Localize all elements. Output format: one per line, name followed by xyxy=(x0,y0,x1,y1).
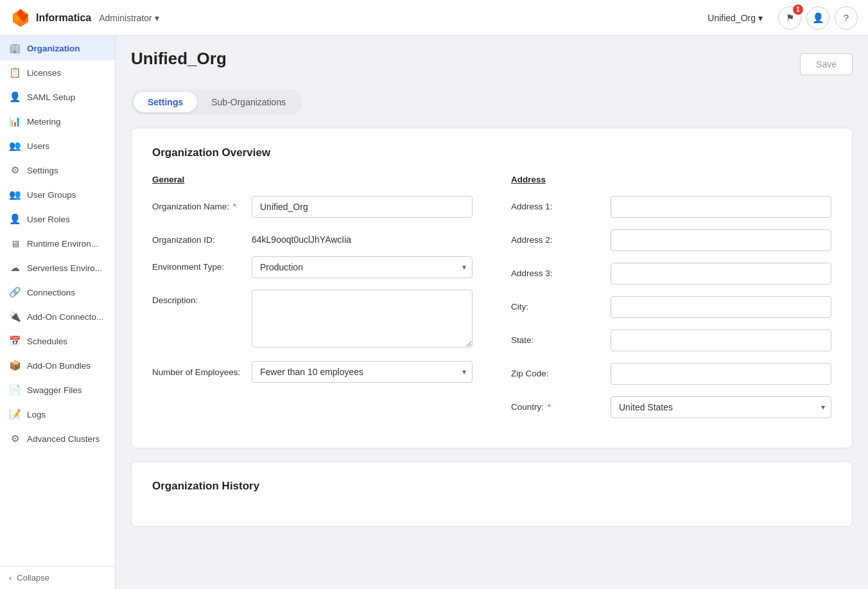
form-columns: General Organization Name: * Organizatio… xyxy=(152,175,831,430)
zip-input[interactable] xyxy=(611,363,831,385)
logo: Informatica xyxy=(10,8,91,28)
sidebar-label-user-groups: User Groups xyxy=(27,190,76,200)
description-control xyxy=(252,290,473,349)
sidebar-icon-schedules: 📅 xyxy=(9,335,21,347)
num-employees-label: Number of Employees: xyxy=(152,361,252,378)
address-section-title: Address xyxy=(511,175,831,184)
org-selector[interactable]: Unified_Org ▾ xyxy=(707,13,763,23)
city-row: City: xyxy=(511,296,831,318)
sidebar-item-add-on-connecto[interactable]: 🔌 Add-On Connecto... xyxy=(0,304,115,329)
tab-sub-organizations[interactable]: Sub-Organizations xyxy=(197,92,300,112)
sidebar-item-runtime-environ[interactable]: 🖥 Runtime Environ... xyxy=(0,231,115,256)
address2-control xyxy=(611,229,831,251)
address2-input[interactable] xyxy=(611,229,831,251)
country-row: Country: * United States Canada United K… xyxy=(511,396,831,418)
zip-label: Zip Code: xyxy=(511,363,611,378)
state-row: State: xyxy=(511,330,831,351)
description-row: Description: xyxy=(152,290,473,349)
role-arrow-icon: ▾ xyxy=(155,13,159,23)
state-label: State: xyxy=(511,330,611,345)
country-label: Country: * xyxy=(511,396,611,412)
sidebar-label-runtime-environ: Runtime Environ... xyxy=(27,239,98,249)
sidebar-item-settings[interactable]: ⚙ Settings xyxy=(0,158,115,182)
org-name-label: Unified_Org xyxy=(707,13,756,23)
sidebar-item-schedules[interactable]: 📅 Schedules xyxy=(0,329,115,353)
num-employees-control: Fewer than 10 employees 10-50 employees … xyxy=(252,361,473,383)
app-name: Informatica xyxy=(36,12,91,24)
sidebar-item-advanced-clusters[interactable]: ⚙ Advanced Clusters xyxy=(0,426,115,451)
chevron-left-icon: ‹ xyxy=(9,573,12,583)
address1-input[interactable] xyxy=(611,196,831,218)
num-employees-select[interactable]: Fewer than 10 employees 10-50 employees … xyxy=(252,361,473,383)
sidebar-item-add-on-bundles[interactable]: 📦 Add-On Bundles xyxy=(0,353,115,378)
address3-input[interactable] xyxy=(611,263,831,285)
sidebar-item-user-groups[interactable]: 👥 User Groups xyxy=(0,182,115,207)
sidebar-label-advanced-clusters: Advanced Clusters xyxy=(27,434,100,444)
sidebar-item-serverless-enviro[interactable]: ☁ Serverless Enviro... xyxy=(0,256,115,280)
country-select[interactable]: United States Canada United Kingdom Aust… xyxy=(611,396,831,418)
address2-row: Address 2: xyxy=(511,229,831,251)
zip-row: Zip Code: xyxy=(511,363,831,385)
org-overview-card: Organization Overview General Organizati… xyxy=(131,128,853,448)
address3-control xyxy=(611,263,831,285)
save-button[interactable]: Save xyxy=(800,53,853,75)
sidebar-label-add-on-connecto: Add-On Connecto... xyxy=(27,312,103,322)
org-id-row: Organization ID: 64kL9ooqt0uclJhYAwcIia xyxy=(152,229,473,245)
sidebar-label-users: Users xyxy=(27,141,49,151)
sidebar-item-saml-setup[interactable]: 👤 SAML Setup xyxy=(0,85,115,109)
sidebar-item-swagger-files[interactable]: 📄 Swagger Files xyxy=(0,378,115,402)
general-column: General Organization Name: * Organizatio… xyxy=(152,175,473,430)
sidebar-item-licenses[interactable]: 📋 Licenses xyxy=(0,60,115,85)
num-employees-select-wrap: Fewer than 10 employees 10-50 employees … xyxy=(252,361,473,383)
sidebar-item-metering[interactable]: 📊 Metering xyxy=(0,109,115,134)
sidebar-label-add-on-bundles: Add-On Bundles xyxy=(27,361,91,371)
org-name-input[interactable] xyxy=(252,196,473,218)
sidebar-icon-users: 👥 xyxy=(9,140,21,152)
sidebar-label-metering: Metering xyxy=(27,117,61,127)
sidebar-icon-connections: 🔗 xyxy=(9,286,21,298)
sidebar-item-users[interactable]: 👥 Users xyxy=(0,134,115,158)
env-type-select[interactable]: Production Development Staging xyxy=(252,256,473,278)
org-history-title: Organization History xyxy=(152,480,831,493)
org-name-row: Organization Name: * xyxy=(152,196,473,218)
sidebar-item-user-roles[interactable]: 👤 User Roles xyxy=(0,207,115,231)
org-name-control xyxy=(252,196,473,218)
header-icons: ⚑ 1 👤 ? xyxy=(778,6,858,30)
sidebar-icon-runtime-environ: 🖥 xyxy=(9,238,21,249)
sidebar-icon-add-on-connecto: 🔌 xyxy=(9,311,21,322)
address3-row: Address 3: xyxy=(511,263,831,285)
help-button[interactable]: ? xyxy=(835,6,858,30)
description-textarea[interactable] xyxy=(252,290,473,347)
sidebar-item-logs[interactable]: 📝 Logs xyxy=(0,402,115,426)
layout: 🏢 Organization 📋 Licenses 👤 SAML Setup 📊… xyxy=(0,36,868,589)
env-type-row: Environment Type: Production Development… xyxy=(152,256,473,278)
address1-row: Address 1: xyxy=(511,196,831,218)
role-selector[interactable]: Administrator ▾ xyxy=(99,13,159,23)
flag-icon: ⚑ xyxy=(786,12,794,24)
sidebar-icon-saml-setup: 👤 xyxy=(9,91,21,103)
state-control xyxy=(611,330,831,351)
num-employees-row: Number of Employees: Fewer than 10 emplo… xyxy=(152,361,473,383)
sidebar: 🏢 Organization 📋 Licenses 👤 SAML Setup 📊… xyxy=(0,36,116,589)
sidebar-label-schedules: Schedules xyxy=(27,337,67,346)
org-name-label: Organization Name: * xyxy=(152,196,252,211)
address-column: Address Address 1: Address 2: xyxy=(511,175,831,430)
user-profile-button[interactable]: 👤 xyxy=(806,6,829,30)
sidebar-icon-swagger-files: 📄 xyxy=(9,384,21,396)
sidebar-label-settings: Settings xyxy=(27,166,58,175)
sidebar-item-organization[interactable]: 🏢 Organization xyxy=(0,36,115,60)
sidebar-item-connections[interactable]: 🔗 Connections xyxy=(0,280,115,304)
sidebar-collapse-button[interactable]: ‹Collapse xyxy=(0,566,115,589)
notifications-button[interactable]: ⚑ 1 xyxy=(778,6,801,30)
sidebar-label-serverless-enviro: Serverless Enviro... xyxy=(27,263,102,273)
tab-settings[interactable]: Settings xyxy=(134,92,197,112)
org-name-required: * xyxy=(233,202,236,211)
state-input[interactable] xyxy=(611,330,831,351)
env-type-select-wrap: Production Development Staging ▾ xyxy=(252,256,473,278)
notification-badge: 1 xyxy=(793,4,803,15)
address1-label: Address 1: xyxy=(511,196,611,211)
sidebar-icon-licenses: 📋 xyxy=(9,67,21,78)
sidebar-label-swagger-files: Swagger Files xyxy=(27,385,82,395)
org-id-value: 64kL9ooqt0uclJhYAwcIia xyxy=(252,229,473,245)
city-input[interactable] xyxy=(611,296,831,318)
